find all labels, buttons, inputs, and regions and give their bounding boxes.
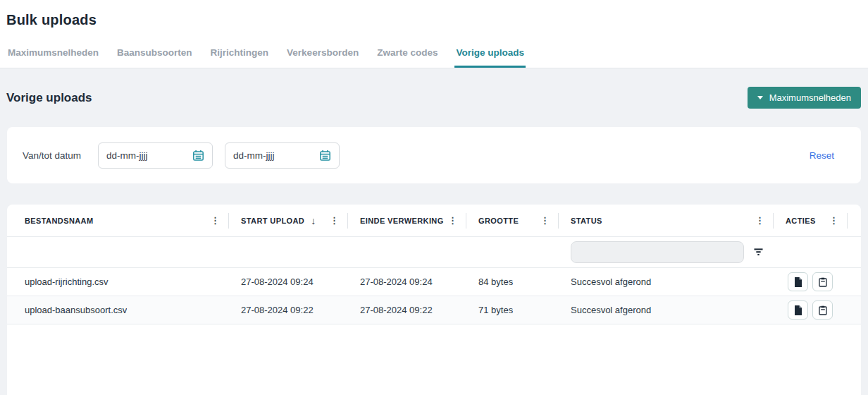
column-header-grootte[interactable]: GROOTTE ⋮: [466, 205, 559, 236]
start-upload-cell: 27-08-2024 09:22: [241, 305, 314, 315]
status-filter-input[interactable]: [571, 241, 744, 263]
actions-cell: [774, 296, 848, 324]
section-heading: Vorige uploads: [6, 91, 92, 105]
caret-down-icon: [757, 96, 763, 99]
column-menu-icon[interactable]: ⋮: [829, 216, 838, 225]
tab-verkeersborden[interactable]: Verkeersborden: [285, 47, 360, 68]
date-from-input[interactable]: [106, 150, 192, 161]
view-file-button[interactable]: [788, 300, 808, 320]
tab-maximumsnelheden[interactable]: Maximumsnelheden: [6, 47, 100, 68]
column-header-acties[interactable]: ACTIES ⋮: [774, 205, 848, 236]
reset-link[interactable]: Reset: [810, 150, 834, 161]
view-log-button[interactable]: [812, 300, 833, 320]
tab-baansubsoorten[interactable]: Baansubsoorten: [116, 47, 194, 68]
filter-button[interactable]: [752, 246, 765, 258]
table-row: upload-rijrichting.csv 27-08-2024 09:24 …: [7, 268, 861, 296]
tab-zwarte-codes[interactable]: Zwarte codes: [376, 47, 439, 68]
sort-descending-icon: ↓: [311, 215, 316, 226]
tab-rijrichtingen[interactable]: Rijrichtingen: [209, 47, 271, 68]
calendar-icon[interactable]: [319, 150, 331, 162]
column-header-start-upload[interactable]: START UPLOAD ↓ ⋮: [229, 205, 348, 236]
column-header-spacer: [848, 205, 861, 236]
status-filter-cell: [559, 237, 774, 267]
column-menu-icon[interactable]: ⋮: [755, 216, 764, 225]
einde-verwerking-cell: 27-08-2024 09:24: [360, 276, 433, 287]
uploads-table: BESTANDSNAAM ⋮ START UPLOAD ↓ ⋮ EINDE VE…: [7, 205, 861, 395]
table-header-row: BESTANDSNAAM ⋮ START UPLOAD ↓ ⋮ EINDE VE…: [7, 205, 861, 237]
column-menu-icon[interactable]: ⋮: [211, 216, 220, 225]
column-header-status[interactable]: STATUS ⋮: [559, 205, 774, 236]
page-header: Bulk uploads Maximumsnelheden Baansubsoo…: [0, 0, 868, 68]
maximumsnelheden-dropdown-button[interactable]: Maximumsnelheden: [748, 87, 861, 109]
clipboard-icon: [819, 305, 827, 315]
column-menu-icon[interactable]: ⋮: [330, 216, 339, 225]
tab-vorige-uploads[interactable]: Vorige uploads: [454, 47, 526, 68]
file-icon: [794, 277, 802, 287]
grootte-cell: 84 bytes: [478, 276, 513, 287]
start-upload-cell: 27-08-2024 09:24: [241, 276, 314, 287]
tab-bar: Maximumsnelheden Baansubsoorten Rijricht…: [6, 47, 526, 68]
column-header-bestandsnaam[interactable]: BESTANDSNAAM ⋮: [7, 205, 229, 236]
filename-cell: upload-rijrichting.csv: [25, 276, 108, 287]
status-cell: Succesvol afgerond: [571, 305, 651, 315]
status-cell: Succesvol afgerond: [571, 276, 651, 287]
view-log-button[interactable]: [812, 272, 833, 291]
date-to-field[interactable]: [225, 142, 340, 169]
column-menu-icon[interactable]: ⋮: [448, 216, 457, 225]
file-icon: [794, 305, 802, 315]
column-menu-icon[interactable]: ⋮: [540, 216, 550, 225]
column-header-einde-verwerking[interactable]: EINDE VERWERKING ⋮: [348, 205, 466, 236]
grootte-cell: 71 bytes: [478, 305, 513, 315]
clipboard-icon: [819, 277, 827, 287]
date-filter-panel: Van/tot datum Reset: [7, 127, 861, 183]
page-title: Bulk uploads: [6, 12, 97, 28]
actions-cell: [774, 268, 848, 296]
filter-icon: [753, 248, 764, 257]
date-range-label: Van/tot datum: [23, 150, 81, 161]
table-filter-row: [7, 237, 861, 268]
section-header-row: Vorige uploads Maximumsnelheden: [6, 87, 861, 109]
view-file-button[interactable]: [788, 272, 808, 291]
filename-cell: upload-baansubsoort.csv: [25, 305, 127, 315]
table-row: upload-baansubsoort.csv 27-08-2024 09:22…: [7, 296, 861, 324]
date-to-input[interactable]: [233, 150, 319, 161]
einde-verwerking-cell: 27-08-2024 09:22: [360, 305, 433, 315]
calendar-icon[interactable]: [192, 150, 204, 162]
date-from-field[interactable]: [98, 142, 213, 169]
dropdown-button-label: Maximumsnelheden: [769, 92, 851, 103]
